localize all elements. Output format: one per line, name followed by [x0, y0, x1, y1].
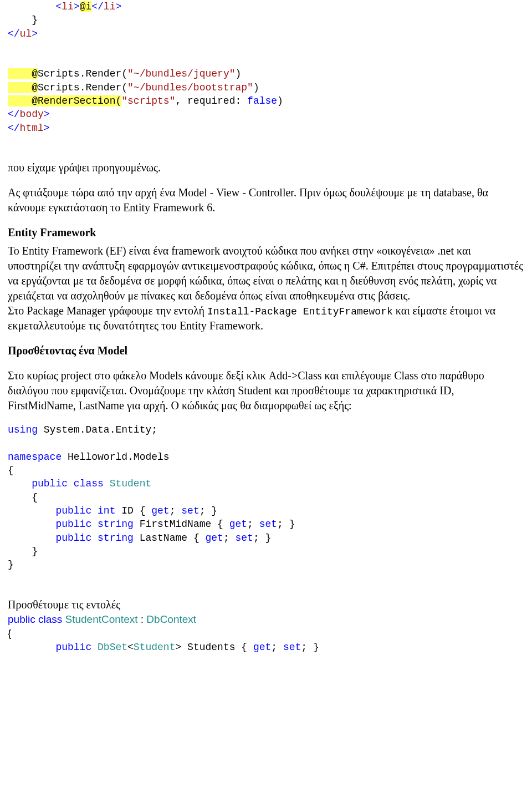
heading-entity-framework: Entity Framework [8, 225, 524, 240]
code-block-student-class: using System.Data.Entity; namespace Hell… [8, 423, 524, 571]
paragraph-intro-continued: που είχαμε γράψει προηγουμένως. [8, 160, 524, 175]
paragraph-mvc-setup: Ας φτιάξουμε τώρα από την αρχή ένα Model… [8, 185, 524, 215]
paragraph-add-commands: Προσθέτουμε τις εντολές [8, 597, 524, 612]
code-block-context-decl: public class StudentContext : DbContext … [8, 612, 524, 641]
code-block-razor: <li>@i</li> } </ul> @Scripts.Render("~/b… [8, 0, 524, 135]
code-block-context-body: public DbSet<Student> Students { get; se… [8, 641, 524, 654]
paragraph-add-model-instructions: Στο κυρίως project στο φάκελο Models κάν… [8, 368, 524, 413]
heading-add-model: Προσθέτοντας ένα Model [8, 343, 524, 358]
inline-command: Install-Package EntityFramework [207, 306, 393, 317]
paragraph-ef-description: Το Entity Framework (EF) είναι ένα frame… [8, 243, 524, 333]
